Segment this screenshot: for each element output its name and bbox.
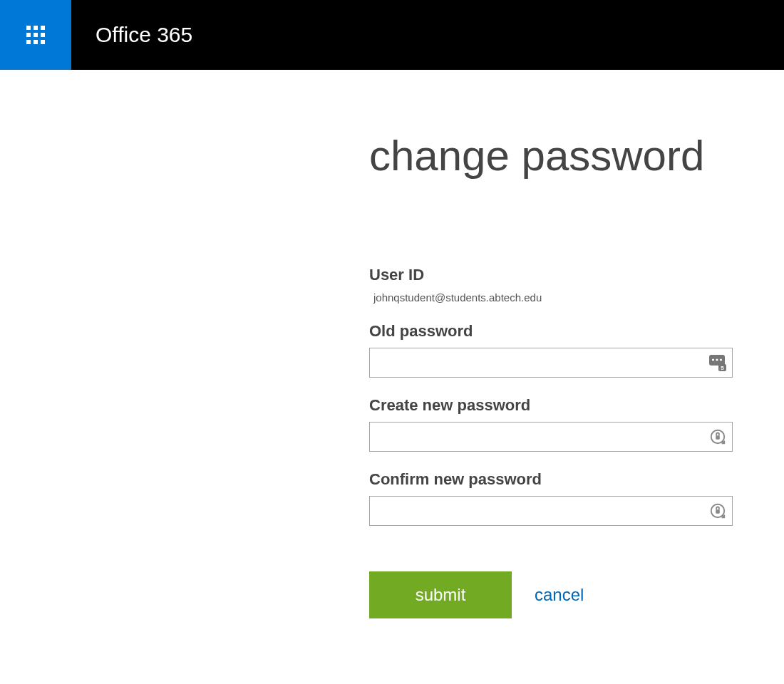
cancel-link[interactable]: cancel [535,585,584,605]
svg-rect-7 [716,435,720,440]
new-password-label: Create new password [369,396,733,415]
page-title: change password [369,131,784,180]
main-content: change password User ID johnqstudent@stu… [0,70,784,618]
app-title: Office 365 [96,23,192,47]
waffle-icon [26,26,45,44]
change-password-form: User ID johnqstudent@students.abtech.edu… [369,266,733,618]
header-bar: Office 365 [0,0,784,70]
svg-point-2 [716,358,718,361]
app-launcher-button[interactable] [0,0,71,70]
confirm-password-input[interactable] [369,496,733,526]
submit-button[interactable]: submit [369,571,512,618]
generate-password-icon[interactable] [708,502,727,520]
user-id-group: User ID johnqstudent@students.abtech.edu [369,266,733,304]
user-id-label: User ID [369,266,733,284]
old-password-input[interactable] [369,348,733,378]
old-password-group: Old password 5 [369,322,733,378]
confirm-password-label: Confirm new password [369,470,733,489]
password-manager-icon: 5 [708,353,727,372]
svg-rect-9 [716,509,720,514]
old-password-label: Old password [369,322,733,341]
svg-text:5: 5 [721,365,724,371]
svg-point-1 [712,358,714,361]
new-password-group: Create new password [369,396,733,452]
generate-password-icon[interactable] [708,428,727,446]
user-id-value: johnqstudent@students.abtech.edu [369,291,733,304]
svg-point-3 [720,358,722,361]
form-actions: submit cancel [369,571,733,618]
new-password-input[interactable] [369,422,733,452]
confirm-password-group: Confirm new password [369,470,733,526]
